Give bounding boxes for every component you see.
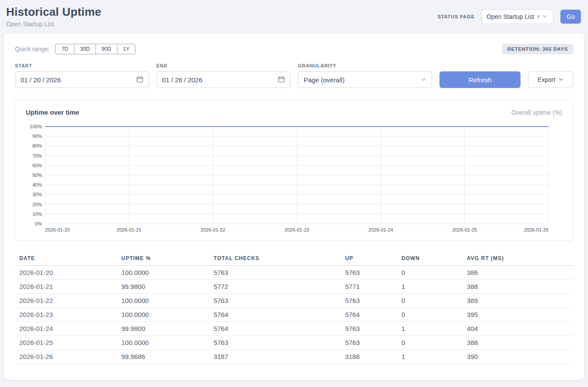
table-cell: 2026-01-24 (15, 322, 117, 336)
svg-text:40%: 40% (32, 182, 42, 187)
table-cell: 5763 (341, 322, 397, 336)
table-cell: 389 (463, 294, 573, 308)
table-row: 2026-01-23100.0000576457640395 (15, 308, 573, 322)
page-subtitle: Open Startup List (6, 21, 101, 28)
table-cell: 0 (397, 266, 462, 280)
table-cell: 3187 (209, 350, 340, 364)
granularity-selected-value: Page (overall) (304, 76, 421, 84)
start-date-input[interactable]: 01 / 20 / 2026 (15, 71, 149, 88)
quick-range-wrap: Quick range: 7D30D90D1Y (15, 44, 135, 54)
quick-range-group: 7D30D90D1Y (55, 44, 135, 54)
table-cell: 1 (397, 322, 462, 336)
calendar-icon[interactable] (278, 76, 285, 84)
granularity-select[interactable]: Page (overall) (298, 71, 432, 88)
refresh-button[interactable]: Refresh (439, 71, 521, 88)
retention-badge: RETENTION: 365 DAYS (502, 44, 573, 54)
table-cell: 2026-01-21 (15, 280, 117, 294)
end-date-input[interactable]: 01 / 26 / 2026 (156, 71, 290, 88)
granularity-label: GRANULARITY (298, 63, 432, 68)
svg-text:50%: 50% (32, 172, 42, 178)
svg-text:60%: 60% (32, 163, 42, 168)
svg-text:2026-01-21: 2026-01-21 (117, 227, 141, 232)
svg-text:0%: 0% (35, 221, 42, 226)
table-cell: 395 (463, 308, 573, 322)
svg-text:2026-01-23: 2026-01-23 (284, 227, 309, 232)
table-cell: 404 (463, 322, 573, 336)
table-cell: 2026-01-20 (15, 266, 117, 280)
table-header-row: DATEUPTIME %TOTAL CHECKSUPDOWNAVG RT (MS… (15, 251, 573, 266)
uptime-table-head: DATEUPTIME %TOTAL CHECKSUPDOWNAVG RT (MS… (15, 251, 573, 266)
quick-range-7d-button[interactable]: 7D (55, 44, 74, 54)
close-icon[interactable]: × (536, 14, 540, 20)
chart-title: Uptime over time (26, 109, 79, 116)
table-cell: 100.0000 (117, 308, 209, 322)
svg-text:90%: 90% (32, 134, 42, 139)
table-cell: 386 (463, 266, 573, 280)
chevron-down-icon (421, 76, 426, 84)
end-date-label: END (156, 63, 290, 68)
table-cell: 390 (463, 350, 573, 364)
quick-range-30d-button[interactable]: 30D (74, 44, 96, 54)
uptime-chart: 0%10%20%30%40%50%60%70%80%90%100%2026-01… (25, 122, 562, 235)
status-page-select[interactable]: Open Startup List × (482, 9, 553, 24)
table-cell: 2026-01-23 (15, 308, 117, 322)
table-cell: 5763 (209, 294, 340, 308)
svg-text:2026-01-25: 2026-01-25 (452, 227, 477, 232)
table-cell: 0 (397, 294, 462, 308)
status-page-selected-value: Open Startup List (486, 13, 534, 20)
main-card: Quick range: 7D30D90D1Y RETENTION: 365 D… (4, 33, 584, 380)
calendar-icon[interactable] (136, 76, 143, 84)
quick-range-1y-button[interactable]: 1Y (117, 44, 136, 54)
go-button[interactable]: Go (560, 10, 581, 24)
chart-card: Uptime over time Overall uptime (%) 0%10… (15, 99, 573, 241)
end-date-field: END 01 / 26 / 2026 (156, 63, 290, 88)
table-cell: 99.9686 (117, 350, 209, 364)
start-date-value: 01 / 20 / 2026 (21, 76, 136, 84)
table-cell: 2026-01-22 (15, 294, 117, 308)
table-cell: 5763 (341, 294, 397, 308)
table-cell: 5771 (341, 280, 397, 294)
svg-text:30%: 30% (32, 192, 42, 197)
table-cell: 388 (463, 336, 573, 350)
export-button-label: Export (538, 76, 555, 83)
svg-text:2026-01-20: 2026-01-20 (45, 227, 70, 232)
table-cell: 99.9800 (117, 280, 209, 294)
table-cell: 1 (397, 350, 462, 364)
table-row: 2026-01-25100.0000576357630388 (15, 336, 573, 350)
table-column-header: AVG RT (MS) (463, 251, 573, 266)
table-cell: 5763 (341, 266, 397, 280)
quick-range-label: Quick range: (15, 46, 50, 53)
table-row: 2026-01-2199.9800577257711388 (15, 280, 573, 294)
svg-text:2026-01-22: 2026-01-22 (201, 227, 225, 232)
uptime-table-body: 2026-01-20100.00005763576303862026-01-21… (15, 266, 573, 364)
title-block: Historical Uptime Open Startup List (6, 5, 101, 28)
table-cell: 2026-01-25 (15, 336, 117, 350)
table-cell: 100.0000 (117, 336, 209, 350)
export-button[interactable]: Export (528, 71, 573, 88)
svg-text:70%: 70% (32, 153, 42, 158)
chevron-down-icon (559, 76, 563, 83)
page-title: Historical Uptime (6, 5, 101, 19)
svg-text:10%: 10% (32, 211, 42, 217)
svg-text:80%: 80% (32, 143, 42, 148)
table-cell: 1 (397, 280, 462, 294)
quick-range-90d-button[interactable]: 90D (96, 44, 117, 54)
granularity-field: GRANULARITY Page (overall) (298, 63, 432, 88)
table-column-header: DATE (15, 251, 117, 266)
table-cell: 99.9800 (117, 322, 209, 336)
table-row: 2026-01-20100.0000576357630386 (15, 266, 573, 280)
table-cell: 5763 (341, 336, 397, 350)
table-cell: 5763 (209, 266, 340, 280)
table-cell: 2026-01-26 (15, 350, 117, 364)
chevron-down-icon (542, 13, 547, 20)
start-date-label: START (15, 63, 149, 68)
table-cell: 0 (397, 308, 462, 322)
table-row: 2026-01-2699.9686318731861390 (15, 350, 573, 364)
table-cell: 5764 (209, 308, 340, 322)
table-cell: 5763 (209, 336, 340, 350)
start-date-field: START 01 / 20 / 2026 (15, 63, 149, 88)
table-cell: 5764 (209, 322, 340, 336)
chart-header: Uptime over time Overall uptime (%) (25, 109, 563, 116)
table-cell: 3186 (341, 350, 397, 364)
uptime-table: DATEUPTIME %TOTAL CHECKSUPDOWNAVG RT (MS… (15, 251, 573, 364)
